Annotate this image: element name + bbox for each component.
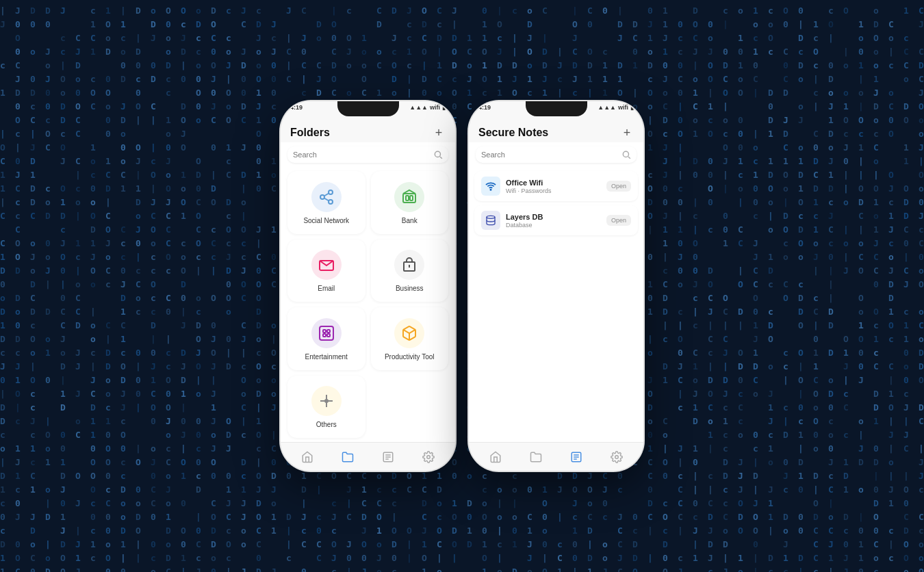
email-label: Email — [318, 285, 335, 292]
svg-line-1 — [440, 157, 442, 159]
tab-home-2[interactable] — [485, 446, 506, 468]
add-folder-button[interactable]: + — [432, 126, 446, 140]
svg-rect-15 — [327, 330, 330, 333]
note-layers-db[interactable]: Layers DB Database Open — [474, 205, 638, 235]
office-wifi-text: Office Wifi Wifi · Passwords — [506, 179, 601, 194]
svg-point-2 — [329, 190, 333, 194]
entertainment-icon — [311, 318, 342, 348]
phone-folders: 4:19 ▲▲▲ wifi ▮ Folders + — [281, 101, 455, 471]
svg-point-35 — [615, 455, 618, 458]
signal-icon: ▲▲▲ — [409, 104, 428, 111]
office-wifi-title: Office Wifi — [506, 179, 601, 187]
svg-rect-13 — [320, 326, 333, 340]
svg-point-4 — [329, 200, 333, 204]
secure-notes-list: Office Wifi Wifi · Passwords Open Layers… — [469, 167, 643, 442]
folder-business[interactable]: Business — [371, 239, 449, 302]
status-icons-2: ▲▲▲ wifi ▮ — [598, 104, 634, 111]
wifi-icon-2: wifi — [618, 104, 628, 111]
folder-bank[interactable]: Bank — [371, 171, 449, 234]
tab-settings-1[interactable] — [418, 446, 439, 468]
layers-db-title: Layers DB — [506, 213, 601, 221]
folders-search-icon — [433, 150, 443, 159]
secure-notes-header: Secure Notes + — [469, 122, 643, 142]
layers-db-subtitle: Database — [506, 222, 601, 229]
email-icon — [311, 250, 342, 280]
folders-header: Folders + — [281, 122, 455, 142]
tab-secure-notes-2[interactable] — [565, 446, 587, 468]
wifi-status-icon: wifi — [430, 104, 440, 111]
tab-folder-1[interactable] — [337, 446, 359, 468]
time-2: 4:19 — [478, 104, 491, 111]
entertainment-label: Entertainment — [305, 353, 348, 361]
productivity-icon — [394, 318, 424, 348]
db-note-icon — [481, 211, 500, 230]
secure-notes-tab-bar — [469, 442, 643, 471]
others-icon — [311, 386, 342, 416]
battery-icon: ▮ — [442, 104, 446, 111]
svg-line-28 — [628, 157, 630, 159]
svg-line-6 — [324, 193, 329, 196]
phone-secure-notes: 4:19 ▲▲▲ wifi ▮ Secure Notes + — [469, 101, 643, 471]
battery-icon-2: ▮ — [630, 104, 634, 111]
folder-entertainment[interactable]: Entertainment — [287, 307, 365, 370]
tab-home-1[interactable] — [296, 446, 318, 468]
folders-search-input[interactable] — [293, 151, 433, 159]
folder-others[interactable]: Others — [287, 376, 365, 439]
business-icon — [394, 250, 424, 280]
layers-db-text: Layers DB Database — [506, 213, 601, 229]
folders-search-bar[interactable] — [287, 146, 448, 163]
signal-icon-2: ▲▲▲ — [598, 104, 616, 111]
secure-notes-title: Secure Notes — [478, 127, 548, 139]
note-office-wifi[interactable]: Office Wifi Wifi · Passwords Open — [474, 171, 638, 201]
status-icons-1: ▲▲▲ wifi ▮ — [409, 104, 446, 111]
bank-icon — [394, 182, 424, 212]
svg-rect-14 — [323, 330, 326, 333]
productivity-label: Productivity Tool — [385, 353, 435, 361]
folder-email[interactable]: Email — [287, 239, 365, 302]
office-wifi-open-button[interactable]: Open — [606, 181, 631, 192]
layers-db-open-button[interactable]: Open — [606, 215, 631, 226]
others-label: Others — [316, 421, 337, 428]
svg-point-21 — [325, 400, 328, 402]
folders-tab-bar — [281, 442, 455, 471]
svg-point-27 — [623, 151, 628, 157]
svg-point-30 — [487, 216, 495, 218]
folder-productivity[interactable]: Productivity Tool — [371, 307, 449, 370]
bank-label: Bank — [402, 217, 418, 224]
svg-line-5 — [324, 198, 329, 200]
tab-folder-2[interactable] — [525, 446, 547, 468]
svg-point-26 — [426, 455, 430, 458]
svg-rect-8 — [406, 196, 409, 200]
folder-social-network[interactable]: Social Network — [287, 171, 365, 234]
secure-notes-search-icon — [621, 150, 631, 159]
folders-grid: Social Network Bank — [281, 167, 455, 442]
secure-notes-search-bar[interactable] — [476, 146, 637, 163]
svg-rect-17 — [327, 334, 330, 337]
social-network-icon — [311, 182, 342, 212]
time-1: 4:19 — [290, 104, 303, 111]
svg-point-3 — [320, 195, 324, 199]
notch-1 — [337, 101, 399, 116]
secure-notes-search-input[interactable] — [481, 151, 621, 159]
business-label: Business — [396, 285, 424, 292]
svg-point-0 — [435, 151, 440, 157]
svg-rect-9 — [410, 196, 413, 200]
wifi-note-icon — [481, 177, 500, 196]
tab-notes-1[interactable] — [377, 446, 399, 468]
notch-2 — [526, 101, 587, 116]
svg-point-29 — [490, 190, 491, 190]
svg-rect-16 — [323, 334, 326, 337]
tab-settings-2[interactable] — [606, 446, 628, 468]
add-note-button[interactable]: + — [620, 126, 634, 140]
social-network-label: Social Network — [303, 217, 349, 224]
office-wifi-subtitle: Wifi · Passwords — [506, 187, 601, 194]
phones-container: 4:19 ▲▲▲ wifi ▮ Folders + — [281, 101, 643, 471]
folders-title: Folders — [290, 127, 330, 139]
